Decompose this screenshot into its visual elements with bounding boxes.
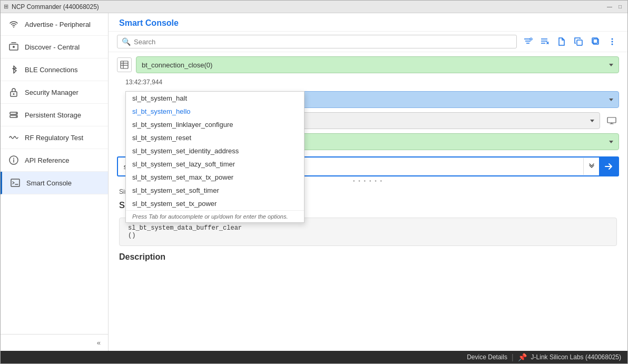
- title-bar-left: ⊞ NCP Commander (440068025): [4, 3, 99, 11]
- autocomplete-label-tx-power: sl_bt_system_set_tx_power: [132, 200, 217, 208]
- timestamp-value: 13:42:37,944: [125, 78, 162, 86]
- autocomplete-hint: Press Tab for autocomplete or up/down fo…: [126, 210, 304, 222]
- main-layout: Advertise - Peripheral Discover - Centra…: [1, 13, 627, 351]
- autocomplete-item-tx-power[interactable]: sl_bt_system_set_tx_power: [126, 197, 304, 210]
- autocomplete-item-linklayer[interactable]: sl_bt_system_linklayer_configure: [126, 118, 304, 131]
- sidebar-item-label-storage: Persistent Storage: [25, 111, 81, 119]
- info-icon: [8, 154, 19, 166]
- svg-point-24: [612, 44, 613, 45]
- send-button[interactable]: [599, 158, 618, 175]
- clear-icon[interactable]: [538, 35, 552, 48]
- svg-point-8: [16, 116, 17, 117]
- status-bar: Device Details | 📌 J-Link Silicon Labs (…: [1, 351, 627, 363]
- title-bar-controls: — □: [605, 3, 624, 11]
- app-window: ⊞ NCP Commander (440068025) — □ Advertis…: [0, 0, 628, 364]
- monitor-icon[interactable]: [604, 113, 619, 128]
- autocomplete-label-identity: sl_bt_system_set_identity_address: [132, 147, 239, 155]
- connection-label: J-Link Silicon Labs (440068025): [531, 353, 621, 361]
- autocomplete-item-lazy[interactable]: sl_bt_system_set_lazy_soft_timer: [126, 158, 304, 171]
- toolbar-icons: [521, 35, 619, 48]
- svg-rect-29: [607, 117, 616, 123]
- toolbar: 🔍: [109, 32, 627, 52]
- autocomplete-label-max-tx: sl_bt_system_set_max_tx_power: [132, 173, 233, 181]
- svg-point-10: [13, 158, 14, 159]
- more-options-icon[interactable]: [605, 35, 619, 48]
- console-icon: [9, 177, 21, 189]
- sidebar-item-discover-central[interactable]: Discover - Central: [1, 36, 108, 58]
- svg-point-4: [13, 93, 15, 95]
- command-row-1: bt_connection_close(0): [117, 56, 619, 73]
- bluetooth-icon: [8, 64, 19, 75]
- maximize-button[interactable]: □: [616, 3, 624, 11]
- table-icon: [117, 57, 132, 72]
- sidebar-item-label-security: Security Manager: [25, 88, 78, 96]
- dropdown-chevron-3: [590, 120, 594, 122]
- doc-description-header: Description: [119, 252, 617, 262]
- search-icon: 🔍: [122, 37, 131, 46]
- dropdown-chevron-4: [609, 141, 613, 143]
- command-dropdown-1[interactable]: bt_connection_close(0): [136, 56, 619, 73]
- svg-point-22: [612, 38, 613, 40]
- svg-point-23: [612, 41, 613, 43]
- search-input[interactable]: [134, 38, 512, 46]
- autocomplete-item-hello[interactable]: sl_bt_system_hello: [126, 105, 304, 118]
- sidebar-item-security-manager[interactable]: Security Manager: [1, 81, 108, 104]
- discover-icon: [8, 41, 19, 53]
- sidebar-item-advertise-peripheral[interactable]: Advertise - Peripheral: [1, 13, 108, 36]
- sidebar-item-label-console: Smart Console: [26, 179, 72, 187]
- console-body[interactable]: bt_connection_close(0) 13:42:37,944: [109, 52, 627, 351]
- title-bar: ⊞ NCP Commander (440068025) — □: [1, 1, 627, 13]
- collapse-icon: «: [97, 339, 101, 347]
- sidebar-collapse-button[interactable]: «: [1, 334, 108, 351]
- minimize-button[interactable]: —: [605, 3, 614, 11]
- smart-console-header: Smart Console: [109, 13, 627, 32]
- file-icon[interactable]: [555, 35, 568, 48]
- autocomplete-label-halt: sl_bt_system_halt: [132, 94, 187, 102]
- wave-icon: [8, 132, 19, 143]
- autocomplete-dropdown: sl_bt_system_halt sl_bt_system_hello sl_…: [125, 91, 305, 223]
- svg-rect-25: [121, 61, 128, 68]
- autocomplete-item-max-tx[interactable]: sl_bt_system_set_max_tx_power: [126, 171, 304, 184]
- autocomplete-label-reset: sl_bt_system_reset: [132, 134, 191, 142]
- autocomplete-label-lazy: sl_bt_system_set_lazy_soft_timer: [132, 160, 235, 168]
- command-section: bt_connection_close(0) 13:42:37,944: [109, 52, 627, 154]
- window-title: NCP Commander (440068025): [12, 3, 99, 11]
- dropdown-chevron-1: [609, 64, 613, 66]
- svg-rect-19: [577, 40, 582, 45]
- svg-point-0: [13, 27, 14, 28]
- device-details-label[interactable]: Device Details: [467, 353, 507, 361]
- autocomplete-wrapper: sl_bt_system_halt sl_bt_system_hello sl_…: [117, 91, 619, 108]
- autocomplete-item-soft-timer[interactable]: sl_bt_system_set_soft_timer: [126, 184, 304, 197]
- status-divider: |: [512, 353, 514, 361]
- autocomplete-item-reset[interactable]: sl_bt_system_reset: [126, 131, 304, 144]
- sidebar-item-label-advertise: Advertise - Peripheral: [25, 21, 91, 28]
- sidebar-item-label-discover: Discover - Central: [25, 43, 80, 51]
- svg-point-7: [16, 113, 17, 114]
- page-title: Smart Console: [119, 18, 179, 27]
- expand-button[interactable]: [583, 158, 599, 175]
- sidebar-item-smart-console[interactable]: Smart Console: [1, 172, 108, 194]
- resize-dots: • • • • • •: [353, 178, 383, 184]
- command-value-1: bt_connection_close(0): [142, 61, 212, 69]
- autocomplete-label-linklayer: sl_bt_system_linklayer_configure: [132, 121, 233, 129]
- sidebar-item-label-api: API Reference: [25, 156, 70, 164]
- svg-point-2: [13, 46, 15, 48]
- timestamp-row: 13:42:37,944: [117, 77, 619, 87]
- autocomplete-item-halt[interactable]: sl_bt_system_halt: [126, 92, 304, 105]
- search-box[interactable]: 🔍: [117, 35, 517, 48]
- filter-lines-icon[interactable]: [521, 35, 535, 48]
- autocomplete-item-identity[interactable]: sl_bt_system_set_identity_address: [126, 144, 304, 158]
- autocomplete-label-hello: sl_bt_system_hello: [132, 107, 191, 115]
- content-area: Smart Console 🔍: [109, 13, 627, 351]
- sidebar-item-label-ble: BLE Connections: [25, 66, 77, 74]
- wifi-icon: [8, 18, 19, 30]
- lock-icon: [8, 86, 19, 98]
- dropdown-chevron-2: [609, 99, 613, 101]
- copy-all-icon[interactable]: [588, 35, 602, 48]
- sidebar-item-rf-regulatory[interactable]: RF Regulatory Test: [1, 126, 108, 149]
- sidebar: Advertise - Peripheral Discover - Centra…: [1, 13, 109, 351]
- copy-icon[interactable]: [572, 35, 585, 48]
- sidebar-item-api-reference[interactable]: API Reference: [1, 149, 108, 172]
- sidebar-item-ble-connections[interactable]: BLE Connections: [1, 58, 108, 81]
- sidebar-item-persistent-storage[interactable]: Persistent Storage: [1, 104, 108, 126]
